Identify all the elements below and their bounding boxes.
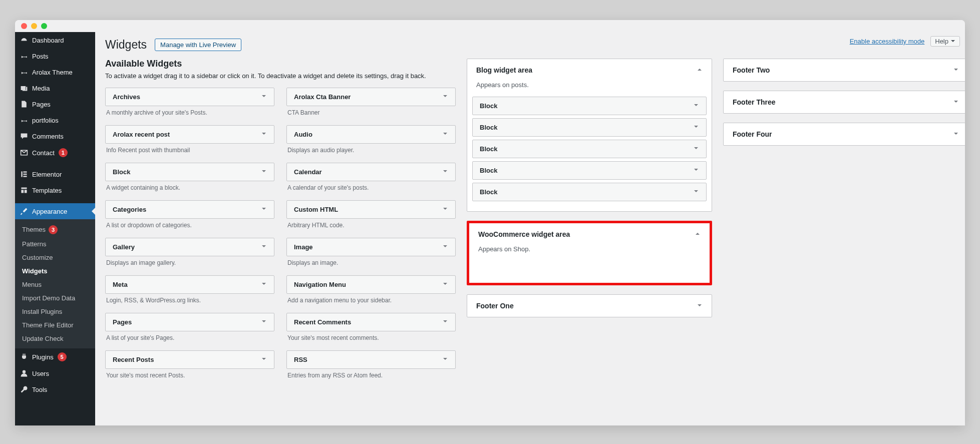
chevron-down-icon xyxy=(693,188,699,196)
submenu-item-menus[interactable]: Menus xyxy=(15,278,95,291)
window-titlebar xyxy=(15,20,965,32)
widget-block-item[interactable]: Block xyxy=(472,118,707,137)
sidebar-item-pages[interactable]: Pages xyxy=(15,96,95,112)
available-widget-navigation-menu[interactable]: Navigation Menu xyxy=(286,275,456,294)
chevron-down-icon xyxy=(442,281,448,288)
widget-description: Your site's most recent comments. xyxy=(286,331,456,346)
submenu-item-customize[interactable]: Customize xyxy=(15,251,95,264)
elementor-icon xyxy=(20,170,28,178)
widget-area-footer-three: Footer Three xyxy=(723,91,965,114)
sidebar-item-contact[interactable]: Contact1 xyxy=(15,144,95,161)
widget-block-name: Block xyxy=(480,124,497,131)
widget-area-header[interactable]: Footer Three xyxy=(724,91,965,113)
submenu-item-import-demo-data[interactable]: Import Demo Data xyxy=(15,291,95,305)
notification-badge: 5 xyxy=(58,352,67,361)
widget-area-header[interactable]: Blog widget area xyxy=(467,59,712,81)
available-widget-archives[interactable]: Archives xyxy=(105,88,274,106)
widget-name: Recent Posts xyxy=(113,356,154,363)
available-widget-categories[interactable]: Categories xyxy=(105,200,274,219)
available-widgets-desc: To activate a widget drag it to a sideba… xyxy=(105,72,456,80)
help-button[interactable]: Help xyxy=(930,36,960,47)
widget-name: Recent Comments xyxy=(294,318,351,326)
submenu-item-widgets[interactable]: Widgets xyxy=(15,264,95,278)
sidebar-item-tools[interactable]: Tools xyxy=(15,381,95,397)
widget-description: CTA Banner xyxy=(286,106,456,121)
sidebar-item-label: Media xyxy=(32,85,50,92)
available-widget-rss[interactable]: RSS xyxy=(286,350,456,369)
widget-area-description: Appears on posts. xyxy=(472,81,707,94)
widget-description: Displays an image gallery. xyxy=(105,256,274,271)
pin-icon xyxy=(20,116,28,124)
sidebar-item-portfolios[interactable]: portfolios xyxy=(15,112,95,128)
submenu-item-install-plugins[interactable]: Install Plugins xyxy=(15,305,95,318)
widget-name: Custom HTML xyxy=(294,206,338,213)
available-widget-gallery[interactable]: Gallery xyxy=(105,238,274,256)
chevron-down-icon xyxy=(261,206,267,213)
widget-name: Arolax Cta Banner xyxy=(294,93,351,101)
sidebar-item-elementor[interactable]: Elementor xyxy=(15,166,95,182)
sidebar-item-posts[interactable]: Posts xyxy=(15,48,95,64)
available-widget-image[interactable]: Image xyxy=(286,238,456,256)
widget-description: A widget containing a block. xyxy=(105,181,274,196)
available-widget-recent-comments[interactable]: Recent Comments xyxy=(286,313,456,331)
accessibility-mode-link[interactable]: Enable accessibility mode xyxy=(850,38,925,45)
widget-block-item[interactable]: Block xyxy=(472,140,707,158)
submenu-item-patterns[interactable]: Patterns xyxy=(15,237,95,251)
widget-areas-column-1: Blog widget areaAppears on posts.BlockBl… xyxy=(467,59,712,326)
widget-area-footer-two: Footer Two xyxy=(723,59,965,82)
window-zoom-button[interactable] xyxy=(41,23,47,29)
available-widget-block[interactable]: Block xyxy=(105,163,274,181)
sidebar-item-users[interactable]: Users xyxy=(15,365,95,381)
sidebar-item-dashboard[interactable]: Dashboard xyxy=(15,32,95,48)
window-minimize-button[interactable] xyxy=(31,23,37,29)
sidebar-item-label: Dashboard xyxy=(32,37,64,44)
sidebar-item-label: Elementor xyxy=(32,171,62,178)
widget-description: Add a navigation menu to your sidebar. xyxy=(286,294,456,309)
brush-icon xyxy=(20,207,28,215)
manage-live-preview-button[interactable]: Manage with Live Preview xyxy=(155,39,241,51)
widget-area-title: Footer Two xyxy=(733,66,770,74)
available-widget-arolax-recent-post[interactable]: Arolax recent post xyxy=(105,125,274,144)
screen-options-bar: Enable accessibility mode Help xyxy=(850,36,960,47)
available-widget-recent-posts[interactable]: Recent Posts xyxy=(105,350,274,369)
comment-icon xyxy=(20,132,28,140)
chevron-down-icon xyxy=(261,318,267,326)
submenu-item-label: Patterns xyxy=(22,240,46,248)
submenu-item-label: Install Plugins xyxy=(22,308,62,315)
chevron-down-icon xyxy=(261,93,267,101)
widget-area-header[interactable]: Footer Four xyxy=(724,123,965,145)
widget-block-item[interactable]: Block xyxy=(472,183,707,201)
available-widget-custom-html[interactable]: Custom HTML xyxy=(286,200,456,219)
available-widget-pages[interactable]: Pages xyxy=(105,313,274,331)
widget-area-title: Footer Four xyxy=(733,130,772,138)
page-header: Widgets Manage with Live Preview xyxy=(105,38,955,52)
widget-description: Arbitrary HTML code. xyxy=(286,219,456,234)
submenu-item-label: Theme File Editor xyxy=(22,321,74,329)
sidebar-item-arolax-theme[interactable]: Arolax Theme xyxy=(15,64,95,80)
sidebar-item-templates[interactable]: Templates xyxy=(15,182,95,198)
submenu-item-themes[interactable]: Themes3 xyxy=(15,222,95,237)
sidebar-item-media[interactable]: Media xyxy=(15,80,95,96)
widget-area-title: Blog widget area xyxy=(476,66,532,74)
submenu-item-update-check[interactable]: Update Check xyxy=(15,332,95,345)
submenu-item-label: Themes xyxy=(22,226,46,233)
sidebar-item-comments[interactable]: Comments xyxy=(15,128,95,144)
widget-area-header[interactable]: Footer Two xyxy=(724,59,965,81)
available-widget-calendar[interactable]: Calendar xyxy=(286,163,456,181)
widget-block-item[interactable]: Block xyxy=(472,97,707,115)
chevron-down-icon xyxy=(261,281,267,288)
widget-block-item[interactable]: Block xyxy=(472,161,707,180)
widget-area-header[interactable]: Footer One xyxy=(467,295,712,317)
svg-point-4 xyxy=(23,370,26,373)
svg-rect-3 xyxy=(23,176,27,177)
window-close-button[interactable] xyxy=(21,23,27,29)
available-widget-meta[interactable]: Meta xyxy=(105,275,274,294)
submenu-item-theme-file-editor[interactable]: Theme File Editor xyxy=(15,318,95,332)
sidebar-item-appearance[interactable]: Appearance xyxy=(15,203,95,219)
available-widget-arolax-cta-banner[interactable]: Arolax Cta Banner xyxy=(286,88,456,106)
widget-description: A list or dropdown of categories. xyxy=(105,219,274,234)
widget-area-header[interactable]: WooCommerce widget area xyxy=(469,223,710,245)
available-widget-audio[interactable]: Audio xyxy=(286,125,456,144)
chevron-down-icon xyxy=(442,131,448,138)
sidebar-item-plugins[interactable]: Plugins5 xyxy=(15,348,95,365)
